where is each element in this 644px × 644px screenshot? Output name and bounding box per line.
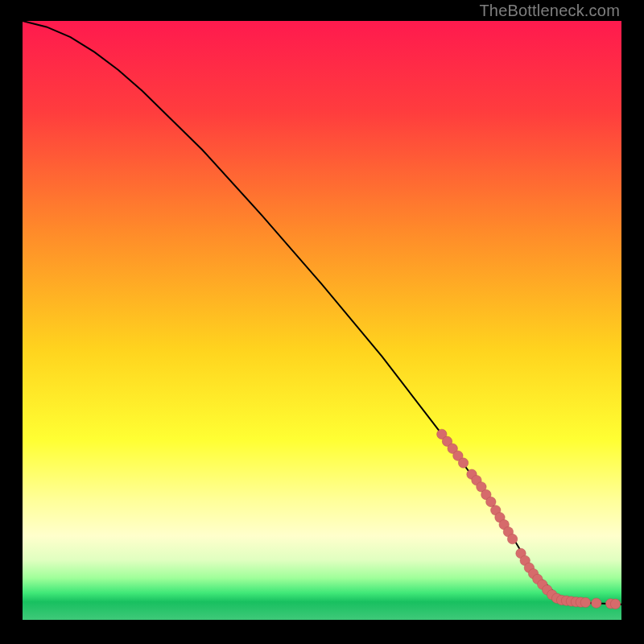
highlighted-points-group (437, 429, 621, 609)
data-point (458, 458, 468, 468)
bottleneck-curve (23, 21, 621, 605)
watermark-label: TheBottleneck.com (479, 2, 620, 20)
chart-area (23, 21, 621, 620)
data-point (592, 598, 601, 608)
data-point (580, 597, 590, 607)
data-point (610, 599, 620, 609)
chart-svg (23, 21, 621, 620)
data-point (507, 534, 517, 543)
